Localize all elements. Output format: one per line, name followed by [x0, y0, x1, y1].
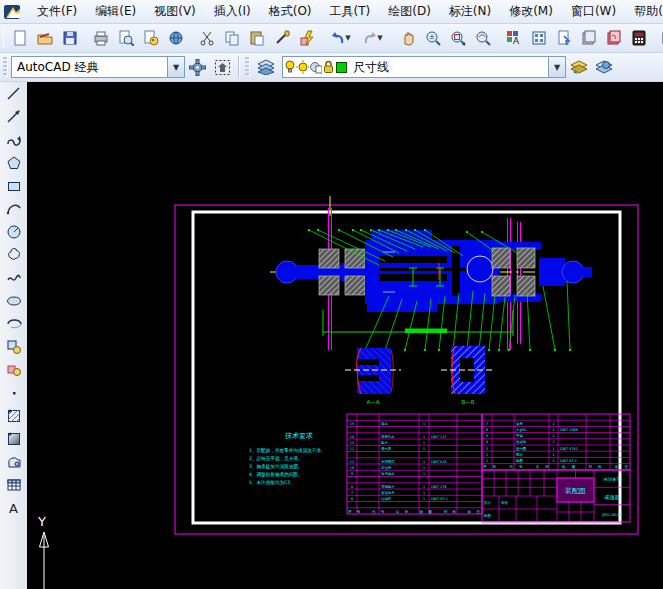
drawing-area[interactable]: A—A B—B 技术要求 1、装配前，所有零件均须清洗干净。 2、运转应平稳，无…	[27, 82, 663, 589]
publish-button[interactable]	[138, 26, 163, 51]
paste-button[interactable]	[244, 26, 269, 51]
revision-cloud-button[interactable]	[1, 243, 26, 266]
bom-cell: 5	[486, 434, 488, 438]
workspace-dropdown-arrow[interactable]: ▼	[167, 57, 184, 77]
plot-preview-button[interactable]	[113, 26, 138, 51]
table-button[interactable]	[1, 473, 26, 496]
bom-cell: 11	[350, 460, 354, 464]
bom-cell: 1	[423, 447, 425, 451]
zoom-previous-button[interactable]	[470, 26, 495, 51]
bom-cell: 垫片	[381, 441, 388, 445]
zoom-window-button[interactable]	[445, 26, 470, 51]
layer-properties-button[interactable]	[253, 55, 278, 80]
cut-button[interactable]	[194, 26, 219, 51]
match-properties-icon	[274, 30, 290, 46]
redo-button[interactable]: ▼	[357, 26, 389, 51]
line-button[interactable]	[1, 82, 26, 105]
make-block-button[interactable]	[1, 358, 26, 381]
sheet-set-manager-button[interactable]	[576, 26, 601, 51]
bom-cell: 1	[552, 440, 554, 444]
bom-cell: 密封圈	[516, 447, 526, 451]
hatch-button[interactable]	[1, 404, 26, 427]
zoom-window-icon	[450, 30, 466, 46]
copy-button[interactable]	[219, 26, 244, 51]
gradient-button[interactable]	[1, 427, 26, 450]
region-button[interactable]	[1, 450, 26, 473]
bom-cell: GB/T 117	[431, 435, 447, 439]
table-icon	[6, 477, 22, 493]
web-publish-button[interactable]	[163, 26, 188, 51]
quick-calc-button[interactable]	[626, 26, 651, 51]
toolbar-grip[interactable]	[3, 57, 8, 77]
layer-freeze-icon[interactable]	[309, 60, 322, 74]
menu-draw[interactable]: 绘图(D)	[379, 0, 440, 23]
help-button[interactable]: ?	[657, 26, 663, 51]
insert-block-icon	[6, 339, 22, 355]
drawing-canvas[interactable]: A—A B—B 技术要求 1、装配前，所有零件均须清洗干净。 2、运转应平稳，无…	[27, 82, 663, 589]
undo-button[interactable]: ▼	[325, 26, 357, 51]
menu-edit[interactable]: 编辑(E)	[86, 0, 145, 23]
menu-view[interactable]: 视图(V)	[145, 0, 205, 23]
menu-tools[interactable]: 工具(T)	[321, 0, 380, 23]
circle-button[interactable]	[1, 220, 26, 243]
parts-table-a: 15箱盖1 14观察孔盖1GB/T 117 13垫片1 12通气器1 11吊环螺…	[347, 414, 482, 514]
ellipse-button[interactable]	[1, 289, 26, 312]
new-button[interactable]	[7, 26, 32, 51]
toolbar-grip[interactable]	[245, 57, 250, 77]
title-block-title: 装配图	[565, 487, 586, 495]
polygon-button[interactable]	[1, 151, 26, 174]
workspace-settings-button[interactable]	[185, 55, 210, 80]
parts-table-b: 7套筒1 6大齿轮1GB/T 1096 5平键1 4低速轴1 3密封圈1GB/T…	[482, 414, 630, 470]
ellipse-arc-button[interactable]	[1, 312, 26, 335]
match-properties-button[interactable]	[269, 26, 294, 51]
bom-cell: 7	[486, 422, 488, 426]
menu-window[interactable]: 窗口(W)	[562, 0, 625, 23]
arc-button[interactable]	[1, 197, 26, 220]
layer-states-button[interactable]	[591, 55, 616, 80]
tool-palettes-button[interactable]	[551, 26, 576, 51]
menu-help[interactable]: 帮助(H)	[625, 0, 663, 23]
menu-format[interactable]: 格式(O)	[260, 0, 321, 23]
layer-sun-icon[interactable]	[296, 60, 309, 74]
markup-set-manager-button[interactable]	[601, 26, 626, 51]
menu-file[interactable]: 文件(F)	[28, 0, 86, 23]
title-block-drawing-no: JS01-00-00	[601, 513, 622, 517]
redo-dropdown-arrow[interactable]: ▼	[376, 34, 384, 42]
bom-cell: 1	[552, 447, 554, 451]
multiline-text-button[interactable]: A	[1, 496, 26, 519]
rectangle-button[interactable]	[1, 174, 26, 197]
undo-dropdown-arrow[interactable]: ▼	[344, 34, 352, 42]
bom-cell: 1	[552, 453, 554, 457]
toolbar-separator	[238, 56, 239, 78]
layer-dropdown-arrow[interactable]: ▼	[548, 57, 565, 77]
layer-color-chip[interactable]	[335, 60, 348, 74]
block-editor-button[interactable]	[294, 26, 319, 51]
menu-dimension[interactable]: 标注(N)	[440, 0, 500, 23]
point-button[interactable]	[1, 381, 26, 404]
properties-icon: A	[506, 30, 522, 46]
save-button[interactable]	[57, 26, 82, 51]
plot-button[interactable]	[88, 26, 113, 51]
design-center-button[interactable]	[526, 26, 551, 51]
spline-button[interactable]	[1, 266, 26, 289]
menu-modify[interactable]: 修改(M)	[500, 0, 562, 23]
layer-combobox[interactable]: 尺寸线 ▼	[282, 56, 566, 78]
pan-button[interactable]	[395, 26, 420, 51]
workspace-combobox[interactable]: AutoCAD 经典 ▼	[11, 56, 185, 78]
menu-insert[interactable]: 插入(I)	[205, 0, 260, 23]
layer-on-icon[interactable]	[283, 60, 296, 74]
layer-lock-icon[interactable]	[322, 60, 335, 74]
polyline-button[interactable]	[1, 128, 26, 151]
bom-cell: 1	[423, 422, 425, 426]
insert-block-button[interactable]	[1, 335, 26, 358]
my-workspace-button[interactable]	[210, 55, 235, 80]
open-button[interactable]	[32, 26, 57, 51]
toolbar-grip[interactable]	[3, 28, 4, 48]
zoom-realtime-button[interactable]: ±	[420, 26, 445, 51]
construction-line-button[interactable]	[1, 105, 26, 128]
bom-cell: 滚动轴承	[381, 491, 395, 495]
layer-previous-button[interactable]	[566, 55, 591, 80]
revision-cloud-icon	[6, 247, 22, 263]
properties-button[interactable]: A	[501, 26, 526, 51]
publish-icon	[143, 30, 159, 46]
